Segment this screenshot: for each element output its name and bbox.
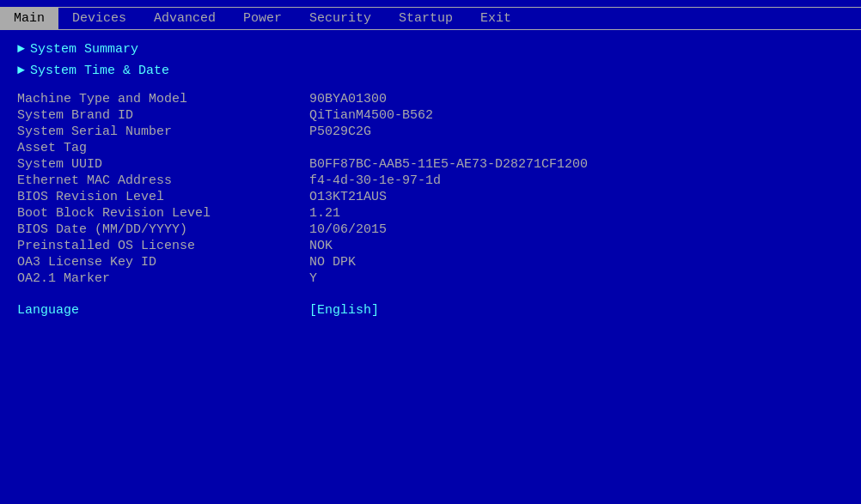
info-value: 90BYA01300 [309, 92, 387, 106]
info-label: System UUID [17, 157, 309, 172]
info-row: OA2.1 MarkerY [17, 271, 844, 286]
info-value: 1.21 [309, 206, 340, 221]
info-label: System Brand ID [17, 108, 309, 123]
menu-item-exit[interactable]: Exit [467, 8, 525, 29]
info-row: Boot Block Revision Level1.21 [17, 206, 844, 221]
info-value: NOK [309, 239, 333, 253]
info-label: OA2.1 Marker [17, 271, 309, 286]
info-row: BIOS Date (MM/DD/YYYY)10/06/2015 [17, 222, 844, 237]
language-value[interactable]: [English] [309, 303, 379, 318]
info-value: B0FF87BC-AAB5-11E5-AE73-D28271CF1200 [309, 157, 588, 172]
info-value: NO DPK [309, 255, 356, 270]
info-row: BIOS Revision LevelO13KT21AUS [17, 190, 844, 204]
info-row: OA3 License Key IDNO DPK [17, 255, 844, 270]
info-value: QiTianM4500-B562 [309, 108, 433, 123]
info-row: Ethernet MAC Addressf4-4d-30-1e-97-1d [17, 173, 844, 188]
arrow-icon: ► [17, 42, 25, 57]
info-label: Machine Type and Model [17, 92, 309, 106]
menu-item-devices[interactable]: Devices [58, 8, 140, 29]
menu-item-startup[interactable]: Startup [385, 8, 467, 29]
content-area: ► System Summary ► System Time & Date Ma… [0, 30, 861, 330]
arrow-icon-2: ► [17, 64, 25, 78]
menu-item-power[interactable]: Power [229, 8, 296, 29]
section-system-summary[interactable]: ► System Summary [17, 42, 844, 57]
language-label: Language [17, 303, 309, 318]
info-label: BIOS Revision Level [17, 190, 309, 204]
section-system-time[interactable]: ► System Time & Date [17, 64, 844, 78]
title-bar [0, 0, 861, 7]
info-row: System Serial NumberP5029C2G [17, 124, 844, 139]
menu-item-main[interactable]: Main [0, 8, 58, 29]
section-summary-label: System Summary [30, 42, 138, 57]
info-label: OA3 License Key ID [17, 255, 309, 270]
info-label: Preinstalled OS License [17, 239, 309, 253]
info-row: System UUIDB0FF87BC-AAB5-11E5-AE73-D2827… [17, 157, 844, 172]
info-label: System Serial Number [17, 124, 309, 139]
info-label: Asset Tag [17, 141, 309, 155]
info-row: System Brand IDQiTianM4500-B562 [17, 108, 844, 123]
info-row: Machine Type and Model90BYA01300 [17, 92, 844, 106]
menu-item-advanced[interactable]: Advanced [140, 8, 229, 29]
info-table: Machine Type and Model90BYA01300System B… [17, 92, 844, 286]
section-time-label: System Time & Date [30, 64, 169, 78]
info-value: Y [309, 271, 317, 286]
info-value: 10/06/2015 [309, 222, 387, 237]
language-row: Language [English] [17, 303, 844, 318]
info-row: Asset Tag [17, 141, 844, 155]
info-label: Ethernet MAC Address [17, 173, 309, 188]
info-value: f4-4d-30-1e-97-1d [309, 173, 441, 188]
menu-bar: MainDevicesAdvancedPowerSecurityStartupE… [0, 7, 861, 30]
info-label: Boot Block Revision Level [17, 206, 309, 221]
info-value: P5029C2G [309, 124, 371, 139]
info-label: BIOS Date (MM/DD/YYYY) [17, 222, 309, 237]
info-value: O13KT21AUS [309, 190, 387, 204]
info-row: Preinstalled OS LicenseNOK [17, 239, 844, 253]
menu-item-security[interactable]: Security [296, 8, 385, 29]
